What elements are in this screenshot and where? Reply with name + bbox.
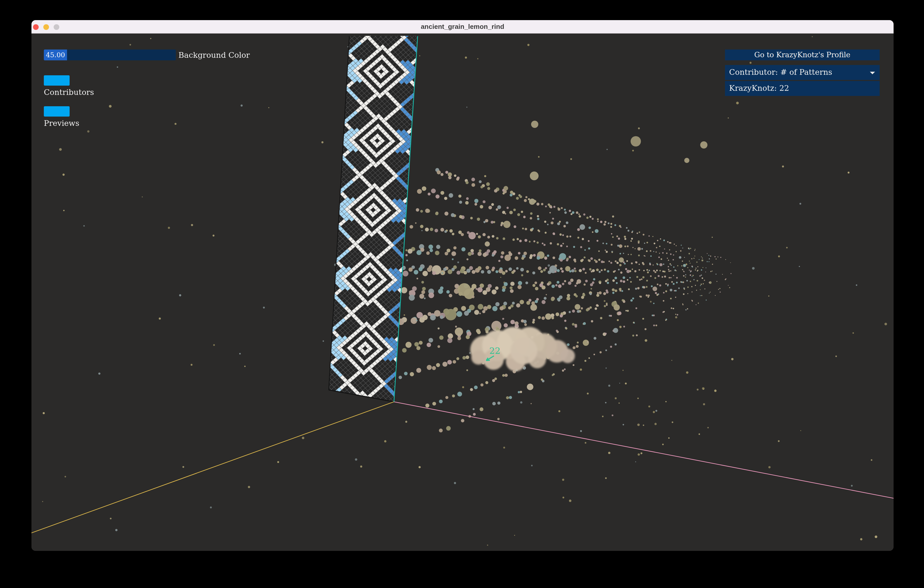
selection-count-label: 22 (489, 345, 500, 356)
window-title: ancient_grain_lemon_rind (31, 20, 894, 33)
viewport-3d: 22 45.00 Background Color Contributors P… (31, 33, 894, 551)
slider-value: 45.00 (44, 50, 67, 60)
pattern-banner (320, 33, 428, 409)
contributor-metric-dropdown[interactable]: Contributor: # of Patterns (725, 65, 879, 80)
go-to-profile-button[interactable]: Go to KrazyKnotz's Profile (725, 50, 879, 60)
contributor-list-item-label: KrazyKnotz: 22 (729, 84, 789, 93)
previews-color-swatch[interactable] (44, 106, 69, 117)
contributor-list-item[interactable]: KrazyKnotz: 22 (725, 81, 879, 96)
app-window: ancient_grain_lemon_rind 22 45.00 Backgr… (31, 20, 894, 551)
scene-canvas[interactable]: 22 (31, 33, 894, 551)
titlebar[interactable]: ancient_grain_lemon_rind (31, 20, 894, 33)
contributors-color-swatch[interactable] (44, 75, 69, 86)
background-color-slider[interactable]: 45.00 (44, 50, 176, 60)
scatter-points (398, 121, 732, 433)
dense-cluster (470, 327, 575, 372)
background-color-label: Background Color (178, 50, 250, 60)
chevron-down-icon (870, 72, 875, 74)
x-axis-line (31, 402, 394, 534)
dropdown-selected-value: Contributor: # of Patterns (729, 68, 832, 77)
desktop: ancient_grain_lemon_rind 22 45.00 Backgr… (0, 0, 924, 588)
previews-label: Previews (44, 119, 79, 128)
y-axis-line (394, 402, 894, 498)
contributors-label: Contributors (44, 88, 94, 97)
